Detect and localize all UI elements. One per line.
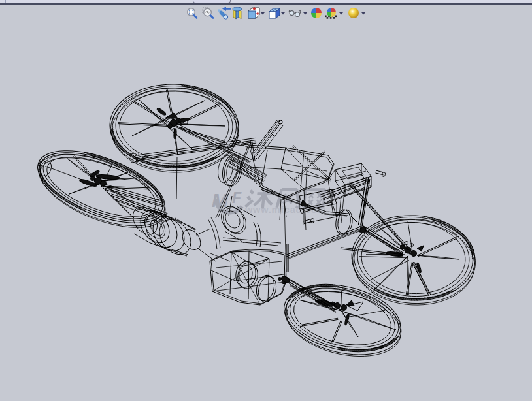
svg-text:F: F bbox=[232, 189, 242, 206]
